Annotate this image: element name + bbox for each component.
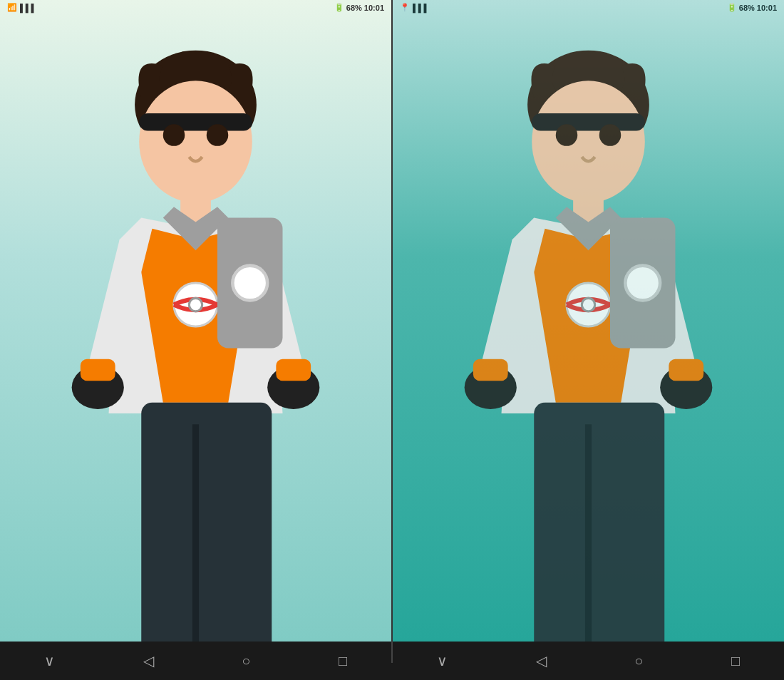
- svg-point-26: [599, 124, 621, 146]
- right-signal-icon: ▌▌▌: [413, 4, 429, 12]
- right-character-area: [393, 15, 784, 642]
- svg-rect-11: [276, 359, 311, 381]
- svg-rect-32: [473, 359, 508, 381]
- right-square-nav[interactable]: □: [731, 653, 740, 669]
- right-battery-icon: 🔋: [727, 3, 737, 12]
- left-nav-bar: ∨ ◁ ○ □: [0, 642, 391, 680]
- status-left-icons: 📶 ▌▌▌: [7, 3, 36, 12]
- svg-point-23: [532, 81, 645, 202]
- right-phone-screen: 📍 ▌▌▌ 🔋 68% 10:01: [391, 0, 784, 642]
- left-home-nav[interactable]: ○: [242, 653, 250, 669]
- svg-point-1: [139, 81, 252, 202]
- battery-icon: 🔋: [334, 3, 344, 12]
- left-back-nav[interactable]: ◁: [143, 652, 154, 669]
- right-nav-bar: ∨ ◁ ○ □: [393, 642, 784, 680]
- svg-point-25: [556, 124, 578, 146]
- svg-rect-24: [532, 113, 645, 130]
- svg-point-29: [582, 298, 594, 311]
- svg-point-13: [232, 266, 267, 301]
- svg-rect-36: [534, 403, 664, 642]
- svg-point-35: [625, 266, 660, 301]
- svg-rect-33: [669, 359, 703, 381]
- svg-point-7: [189, 298, 202, 311]
- right-time: 10:01: [757, 4, 777, 12]
- right-status-right: 🔋 68% 10:01: [727, 3, 777, 12]
- left-status-bar: 📶 ▌▌▌ 🔋 68% 10:01: [0, 0, 391, 15]
- left-phone-screen: 📶 ▌▌▌ 🔋 68% 10:01: [0, 0, 391, 642]
- location-icon: 📍: [400, 3, 410, 12]
- right-home-nav[interactable]: ○: [634, 653, 643, 669]
- svg-rect-10: [81, 359, 115, 381]
- left-character-area: [0, 15, 391, 642]
- right-chevron-nav[interactable]: ∨: [437, 652, 448, 669]
- svg-rect-2: [139, 113, 252, 130]
- left-square-nav[interactable]: □: [339, 653, 347, 669]
- wifi-icon: 📶: [7, 3, 17, 12]
- left-chevron-nav[interactable]: ∨: [44, 652, 55, 669]
- svg-point-4: [207, 124, 229, 146]
- signal-icon: ▌▌▌: [20, 4, 36, 12]
- character-svg-right: [393, 22, 784, 642]
- battery-percent: 68%: [346, 4, 362, 12]
- status-right-info: 🔋 68% 10:01: [334, 3, 384, 12]
- character-svg-left: [0, 22, 391, 642]
- right-status-bar: 📍 ▌▌▌ 🔋 68% 10:01: [393, 0, 784, 15]
- svg-rect-14: [141, 403, 272, 642]
- time-left: 10:01: [364, 4, 384, 12]
- svg-point-3: [163, 124, 185, 146]
- right-back-nav[interactable]: ◁: [536, 652, 547, 669]
- right-battery-percent: 68%: [739, 4, 755, 12]
- right-status-left: 📍 ▌▌▌: [400, 3, 429, 12]
